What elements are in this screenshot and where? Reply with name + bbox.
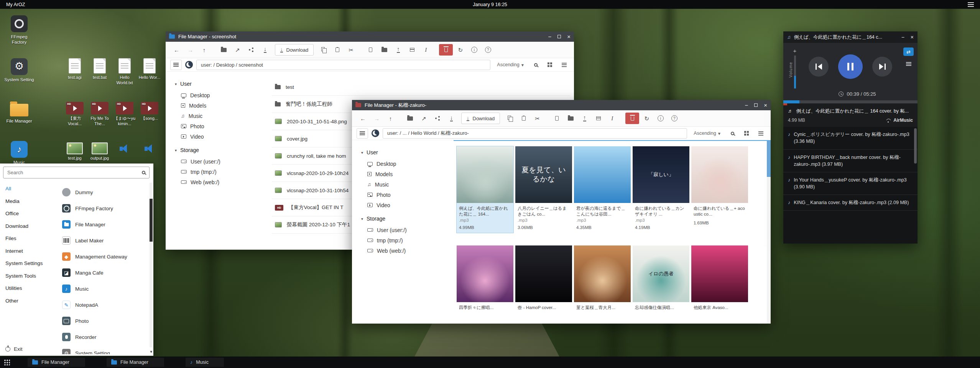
archive-button[interactable] [592,113,605,124]
file-tile[interactable]: 命に嫌われている＿+ acoustic co... 1.69MB [691,146,748,233]
volume-slider[interactable] [794,56,796,88]
desktop-icon-ffmpeg-factory[interactable]: FFmpeg Factory [3,15,35,45]
back-button[interactable]: ← [357,113,369,124]
close-button[interactable]: × [567,33,571,40]
open-external-button[interactable]: ↗ [418,113,430,124]
rename-button[interactable]: I [419,44,432,56]
desktop-file[interactable]: 【東方Vocal... [62,102,87,127]
sort-dropdown[interactable]: Ascending▾ [497,62,524,68]
search-box[interactable] [3,167,150,178]
desktop-file[interactable]: test.jpg [62,142,87,161]
category-media[interactable]: Media [0,195,58,208]
app-item-label-maker[interactable]: Label Maker [58,232,148,249]
category-system-settings[interactable]: System Settings [0,257,58,270]
exit-button[interactable]: Exit [5,346,23,352]
sidebar-item-music[interactable]: ♫Music [361,179,454,190]
new-folder-button[interactable] [564,113,577,124]
cut-button[interactable]: ✂ [345,44,357,56]
sidebar-section-user[interactable]: ▾User [175,81,267,87]
share-button[interactable] [431,113,444,124]
file-tile[interactable]: 君が夜の海に還るまで＿こんにちは谷田... .mp3 4.35MB [574,146,631,233]
sidebar-item-user-drive[interactable]: User (user:/) [361,225,454,235]
category-system-tools[interactable]: System Tools [0,270,58,283]
hamburger-menu-icon[interactable] [968,2,974,7]
close-button[interactable]: × [911,34,914,40]
output-switch-button[interactable]: ⇄ [903,47,914,56]
desktop-file[interactable]: Fly Me To The... [87,102,112,127]
help-button[interactable]: ? [482,44,494,56]
menu-scrollbar-thumb[interactable] [150,199,153,242]
app-grid-icon[interactable] [4,359,10,365]
archive-button[interactable] [406,44,418,56]
app-item-management-gateway[interactable]: ◆Management Gateway [58,249,148,265]
sidebar-item-tmp-drive[interactable]: tmp (tmp:/) [361,235,454,245]
file-tile[interactable]: 四季折々に擦唱... [457,245,513,314]
file-tile[interactable]: イロの愚者 忘却感傷仕傷演唱... [633,245,689,314]
sidebar-item-models[interactable]: Models [361,169,454,179]
menu-scrollbar[interactable] [150,183,153,347]
playlist-menu-button[interactable] [906,62,911,66]
playlist-item[interactable]: ♪HAPPY BIRTHDAY＿back number cover. by 柘榴… [783,150,918,172]
minimize-button[interactable]: − [548,33,551,40]
file-tile[interactable]: 他処東京 Avaso... [691,245,748,314]
category-internet[interactable]: Internet [0,245,58,258]
grid-scrollbar[interactable] [767,141,771,324]
refresh-button[interactable]: ↻ [454,44,467,56]
sidebar-section-storage[interactable]: ▾Storage [361,216,454,222]
upload-button[interactable]: ↑ [392,44,404,56]
paste-button[interactable] [331,44,344,56]
file-tile[interactable]: 壺 - HamoP cover... [515,245,572,314]
up-button[interactable]: ↑ [384,113,397,124]
playlist-item[interactable]: ♪Cynic＿ポリスピカデリー cover. by 柘榴-zakuro-.mp3… [783,127,918,149]
delete-button[interactable] [625,113,639,124]
category-other[interactable]: Other [0,295,58,307]
search-icon[interactable] [142,171,145,174]
sidebar-section-storage[interactable]: ▾Storage [175,147,267,153]
category-download[interactable]: Download [0,220,58,233]
open-button[interactable] [217,44,230,56]
open-external-button[interactable]: ↗ [231,44,244,56]
scroll-down-chevron-icon[interactable]: ▾ [150,349,152,354]
sidebar-item-photo[interactable]: Photo [175,121,267,131]
sidebar-item-desktop[interactable]: Desktop [361,159,454,169]
desktop-file[interactable] [137,142,162,157]
upload-button[interactable]: ↑ [578,113,591,124]
desktop-file[interactable]: output.jpg [87,142,112,161]
sidebar-item-music[interactable]: ♫Music [175,111,267,121]
sidebar-item-user-drive[interactable]: User (user:/) [175,156,267,167]
sort-dropdown[interactable]: Ascending▾ [694,131,720,136]
title-bar[interactable]: File Manager - 柘榴-zakuro- −× [352,100,771,110]
sidebar-section-user[interactable]: ▾User [361,149,454,155]
info-button[interactable]: i [468,44,480,56]
app-item-system-setting[interactable]: ⚙System Setting [58,345,148,354]
new-file-button[interactable] [364,44,377,56]
desktop-icon-file-manager[interactable]: File Manager [3,100,35,124]
up-button[interactable]: ↑ [198,44,210,56]
category-all[interactable]: All [0,183,58,195]
download-icon-button[interactable]: ↓ [259,44,271,56]
airmusic-output[interactable]: AirMusic [886,118,913,123]
desktop-file[interactable]: 【まゆ〜yu kimin... [112,102,137,127]
minimize-button[interactable]: − [745,102,748,108]
copy-button[interactable] [503,113,516,124]
file-tile[interactable]: 「寂しい」 命に嫌われている＿カンザキイオリ ... .mp3 4.19MB [633,146,689,233]
taskbar-item-file-manager-2[interactable]: File Manager [107,358,164,367]
desktop-file[interactable]: 【song... [137,102,162,121]
file-tile[interactable]: 夏を見て、いるかな 八月のレイニー＿はるまきごはん co... .mp3 3.0… [515,146,572,233]
minimize-button[interactable]: − [901,34,904,40]
back-button[interactable]: ← [170,44,183,56]
grid-view-button[interactable] [741,128,752,139]
new-folder-button[interactable] [378,44,391,56]
sidebar-item-photo[interactable]: Photo [361,190,454,200]
rename-button[interactable]: I [606,113,618,124]
copy-button[interactable] [317,44,330,56]
delete-button[interactable] [439,44,453,56]
desktop-file[interactable]: Hello Wor... [137,58,162,80]
app-item-manga-cafe[interactable]: ◪Manga Cafe [58,265,148,281]
brand-label[interactable]: My ArOZ [6,2,25,7]
previous-track-button[interactable] [809,57,829,77]
theme-toggle-button[interactable] [372,129,379,137]
list-view-button[interactable] [559,60,569,70]
app-item-ffmpeg-factory[interactable]: FFmpeg Factory [58,200,148,216]
app-item-music[interactable]: ♪Music [58,281,148,297]
